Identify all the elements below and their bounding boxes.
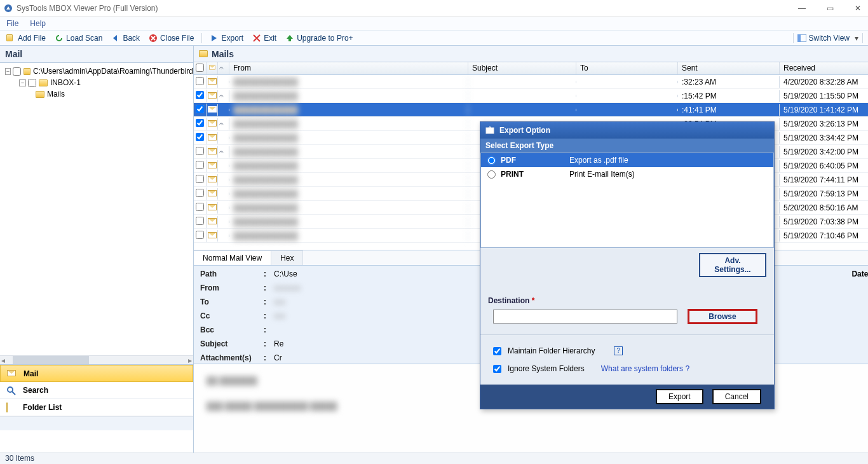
browse-button[interactable]: Browse xyxy=(688,309,757,324)
option-print[interactable]: PRINT Print E-mail Item(s) xyxy=(481,167,773,181)
col-sent[interactable]: Sent xyxy=(678,62,780,74)
select-all-checkbox[interactable] xyxy=(196,64,204,72)
destination-input[interactable] xyxy=(493,310,677,324)
row-checkbox[interactable] xyxy=(196,147,204,155)
dialog-export-button[interactable]: Export xyxy=(656,389,703,404)
row-checkbox[interactable] xyxy=(196,161,204,169)
mail-icon xyxy=(207,216,218,228)
nav-search[interactable]: Search xyxy=(0,382,193,399)
cell-from: ████████████ xyxy=(229,90,468,102)
collapse-icon[interactable]: − xyxy=(19,79,26,86)
col-checkbox[interactable] xyxy=(194,62,207,74)
dialog-title: Export Option xyxy=(499,126,550,135)
option-print-radio[interactable] xyxy=(487,170,496,179)
required-star: * xyxy=(532,296,535,305)
col-from[interactable]: From xyxy=(229,62,468,74)
row-checkbox[interactable] xyxy=(196,133,204,141)
mail-icon xyxy=(207,90,218,102)
scroll-right-icon[interactable]: ▸ xyxy=(187,356,193,364)
tree-mails[interactable]: Mails xyxy=(0,88,193,100)
upgrade-button[interactable]: Upgrade to Pro+ xyxy=(283,34,355,43)
attach-icon xyxy=(218,81,229,83)
row-checkbox[interactable] xyxy=(196,203,204,211)
menu-help[interactable]: Help xyxy=(30,19,46,28)
close-file-button[interactable]: Close File xyxy=(146,34,196,43)
tree-root[interactable]: − C:\Users\admin\AppData\Roaming\Thunder… xyxy=(0,65,193,77)
close-icon xyxy=(252,34,261,43)
cell-received: 5/19/2020 7:03:38 PM xyxy=(780,216,868,228)
detail-from-value: xxxxxxx xyxy=(274,283,301,292)
detail-to-value: xxx xyxy=(274,297,285,306)
nav-mail[interactable]: Mail xyxy=(0,365,193,382)
load-scan-button[interactable]: Load Scan xyxy=(52,34,105,43)
svg-line-5 xyxy=(12,392,15,395)
cell-received: 5/20/2020 8:50:16 AM xyxy=(780,202,868,214)
table-row[interactable]: 𝄐████████████:15:42 PM5/19/2020 1:15:50 … xyxy=(194,89,868,103)
maximize-button[interactable]: ▭ xyxy=(824,4,836,13)
dialog-titlebar[interactable]: Export Option xyxy=(480,122,774,139)
detail-path-value: C:\Use xyxy=(274,270,297,278)
tree-root-checkbox[interactable] xyxy=(13,67,21,76)
mail-icon xyxy=(207,146,218,158)
back-button[interactable]: Back xyxy=(109,34,142,43)
mails-title: Mails xyxy=(212,49,234,59)
table-row[interactable]: ████████████:41:41 PM5/19/2020 1:41:42 P… xyxy=(194,103,868,117)
row-checkbox[interactable] xyxy=(196,91,204,99)
add-file-button[interactable]: Add File xyxy=(4,34,48,43)
col-subject[interactable]: Subject xyxy=(468,62,576,74)
menu-file[interactable]: File xyxy=(6,19,18,28)
table-row[interactable]: ████████████:32:23 AM4/20/2020 8:32:28 A… xyxy=(194,75,868,89)
row-checkbox[interactable] xyxy=(196,175,204,183)
tab-normal-view[interactable]: Normal Mail View xyxy=(194,250,271,265)
toolbar: Add File Load Scan Back Close File Expor… xyxy=(0,31,868,46)
option-print-label: PRINT xyxy=(501,170,564,179)
help-icon[interactable]: ? xyxy=(614,346,623,355)
cell-sent: :15:42 PM xyxy=(678,90,780,102)
cell-sent: :41:41 PM xyxy=(678,104,780,116)
row-checkbox[interactable] xyxy=(196,189,204,197)
cell-subject xyxy=(468,95,576,97)
tab-hex-view[interactable]: Hex xyxy=(271,250,303,265)
row-checkbox[interactable] xyxy=(196,217,204,225)
exit-button[interactable]: Exit xyxy=(250,34,279,43)
col-received[interactable]: Received xyxy=(780,62,868,74)
row-checkbox[interactable] xyxy=(196,119,204,127)
export-button[interactable]: Export xyxy=(207,34,246,43)
maintain-hierarchy-checkbox[interactable] xyxy=(493,347,501,355)
cell-received: 5/19/2020 1:41:42 PM xyxy=(780,104,868,116)
row-checkbox[interactable] xyxy=(196,77,204,85)
detail-from-key: From xyxy=(200,283,264,292)
minimize-button[interactable]: — xyxy=(796,4,808,13)
tree-inbox[interactable]: − INBOX-1 xyxy=(0,77,193,88)
cell-to xyxy=(576,109,678,111)
adv-settings-button[interactable]: Adv. Settings... xyxy=(699,253,766,277)
nav-mail-label: Mail xyxy=(24,369,38,378)
cell-received: 5/19/2020 1:15:50 PM xyxy=(780,90,868,102)
close-button[interactable]: ✕ xyxy=(851,4,864,13)
grid-header: 𝄐 From Subject To Sent Received Size(KB) xyxy=(194,62,868,75)
switch-view-button[interactable]: Switch View▾ xyxy=(795,34,861,43)
attach-icon xyxy=(218,235,229,237)
export-option-dialog: Export Option Select Export Type PDF Exp… xyxy=(480,121,775,409)
tree-scrollbar[interactable]: ◂▸ xyxy=(0,355,193,364)
option-pdf[interactable]: PDF Export as .pdf file xyxy=(481,153,773,167)
folder-tree[interactable]: − C:\Users\admin\AppData\Roaming\Thunder… xyxy=(0,63,193,355)
cell-from: ████████████ xyxy=(229,118,468,130)
mail-icon xyxy=(207,76,218,88)
col-to[interactable]: To xyxy=(576,62,678,74)
nav-folder-list[interactable]: Folder List xyxy=(0,399,193,416)
ignore-system-folders-label: Ignore System Folders xyxy=(508,364,585,373)
collapse-icon[interactable]: − xyxy=(5,68,11,75)
ignore-system-folders-checkbox[interactable] xyxy=(493,365,501,373)
option-pdf-radio[interactable] xyxy=(487,156,496,165)
row-checkbox[interactable] xyxy=(196,105,204,113)
dialog-cancel-button[interactable]: Cancel xyxy=(712,389,761,404)
tree-inbox-checkbox[interactable] xyxy=(28,79,36,87)
col-mail-icon xyxy=(207,62,218,74)
attach-icon: 𝄐 xyxy=(218,146,229,158)
refresh-icon xyxy=(55,34,64,43)
system-folders-link[interactable]: What are system folders ? xyxy=(601,364,689,373)
scroll-left-icon[interactable]: ◂ xyxy=(0,356,6,364)
detail-cc-key: Cc xyxy=(200,311,264,320)
row-checkbox[interactable] xyxy=(196,231,204,239)
